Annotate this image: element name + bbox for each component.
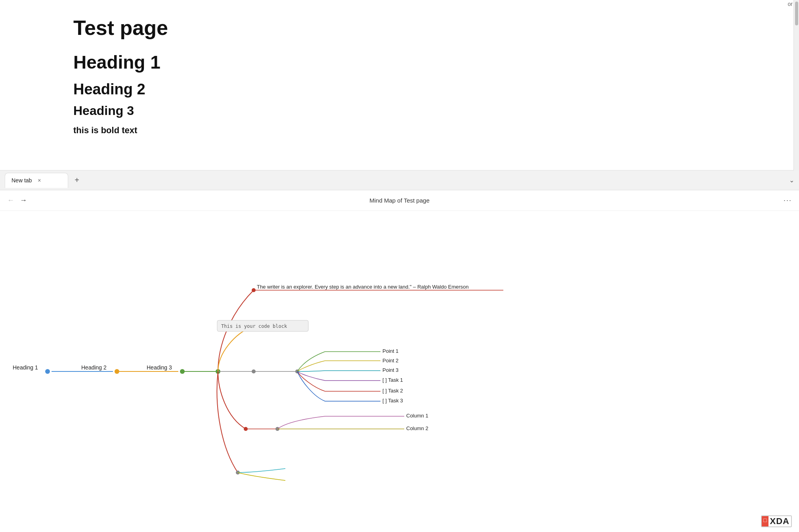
svg-point-3	[115, 369, 119, 374]
bold-text: this is bold text	[73, 125, 726, 136]
xda-watermark: □ XDA	[761, 515, 792, 527]
mindmap-task1-label: [ ] Task 1	[382, 377, 403, 383]
mindmap-code-label: This is your code block	[221, 323, 287, 329]
back-button[interactable]: ←	[7, 196, 14, 205]
tab-bar: New tab × + ⌄	[0, 170, 799, 190]
xda-logo-text: XDA	[768, 516, 791, 526]
forward-button[interactable]: →	[20, 196, 27, 205]
document-area: Test page Heading 1 Heading 2 Heading 3 …	[0, 0, 799, 170]
mindmap-task3-label: [ ] Task 3	[382, 398, 403, 404]
heading-1: Heading 1	[73, 52, 726, 73]
mindmap-heading2-label: Heading 2	[81, 364, 107, 371]
mindmap-task2-label: [ ] Task 2	[382, 388, 403, 394]
document-title: Test page	[73, 16, 726, 40]
mindmap-point3-label: Point 3	[382, 367, 398, 373]
mindmap-area: Heading 1 Heading 2 Heading 3 The writer…	[0, 211, 799, 532]
scrollbar-thumb[interactable]	[795, 2, 798, 25]
tab-dropdown-button[interactable]: ⌄	[789, 176, 794, 184]
svg-point-1	[45, 369, 50, 374]
mindmap-point1-label: Point 1	[382, 348, 398, 354]
mindmap-quote-label: The writer is an explorer. Every step is…	[257, 284, 469, 290]
xda-logo-box: □ XDA	[761, 515, 792, 527]
mindmap-column1-label: Column 1	[406, 413, 428, 419]
new-tab-button[interactable]: +	[71, 174, 83, 187]
scrollbar-label: or	[788, 1, 793, 7]
mindmap-heading3-label: Heading 3	[147, 364, 172, 371]
tab-label: New tab	[11, 177, 32, 184]
more-options-button[interactable]: ···	[784, 196, 792, 205]
mindmap-column2-label: Column 2	[406, 425, 428, 431]
tab-close-button[interactable]: ×	[36, 177, 43, 184]
nav-bar: ← → Mind Map of Test page ···	[0, 190, 799, 211]
mindmap-svg: Heading 1 Heading 2 Heading 3 The writer…	[0, 211, 799, 532]
heading-3: Heading 3	[73, 103, 726, 118]
xda-logo-icon: □	[762, 516, 768, 526]
page-title: Mind Map of Test page	[369, 197, 429, 204]
heading-2: Heading 2	[73, 81, 726, 98]
scrollbar[interactable]: or	[793, 0, 799, 170]
svg-point-5	[180, 369, 185, 374]
active-tab[interactable]: New tab ×	[5, 173, 68, 188]
mindmap-point2-label: Point 2	[382, 358, 398, 364]
mindmap-heading1-label: Heading 1	[13, 364, 38, 371]
